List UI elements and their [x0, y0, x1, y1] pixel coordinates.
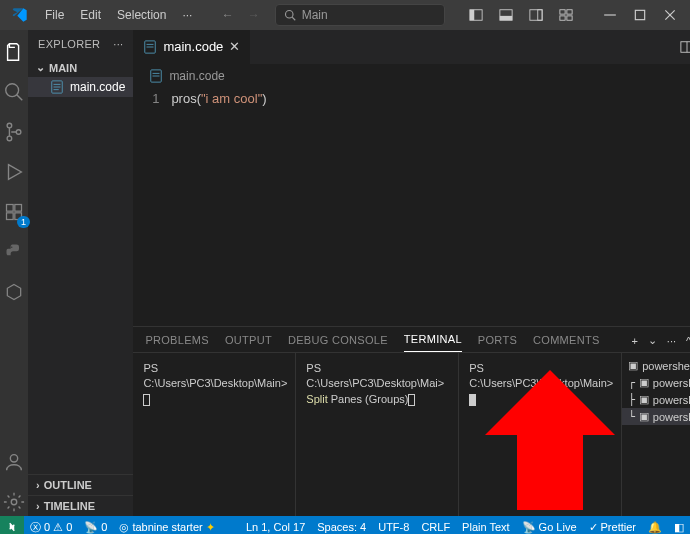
menu-file[interactable]: File — [38, 4, 71, 26]
folder-name: MAIN — [49, 62, 77, 74]
status-go-live[interactable]: 📡Go Live — [516, 516, 583, 534]
svg-rect-8 — [560, 10, 565, 14]
editor-tabs: main.code ✕ ··· — [133, 30, 690, 65]
panel-tab-terminal[interactable]: TERMINAL — [404, 333, 462, 352]
activity-source-control-icon[interactable] — [0, 118, 28, 146]
breadcrumb[interactable]: main.code — [133, 65, 690, 87]
tree-branch-icon: └ — [628, 410, 635, 423]
explorer-more-icon[interactable]: ··· — [113, 38, 123, 50]
svg-rect-22 — [7, 213, 14, 220]
powershell-icon: ▣ — [628, 359, 638, 372]
nav-forward-icon[interactable]: → — [243, 4, 265, 26]
title-right-icons — [462, 1, 684, 29]
status-bell-icon[interactable]: 🔔 — [642, 516, 668, 534]
nav-back-icon[interactable]: ← — [217, 4, 239, 26]
window-close-icon[interactable] — [656, 1, 684, 29]
terminal-pane-2[interactable]: PS C:\Users\PC3\Desktop\Mai> Split Panes… — [296, 353, 459, 516]
broadcast-icon: 📡 — [84, 521, 98, 534]
terminal-list-item[interactable]: ┌▣powershell — [622, 374, 690, 391]
svg-point-16 — [6, 84, 19, 97]
activity-extensions-icon[interactable]: 1 — [0, 198, 28, 226]
status-encoding[interactable]: UTF-8 — [372, 516, 415, 534]
new-terminal-icon[interactable]: + — [631, 335, 637, 347]
timeline-label: TIMELINE — [44, 500, 95, 512]
split-editor-icon[interactable] — [680, 40, 690, 54]
terminal-list-item[interactable]: ├▣powershell — [622, 391, 690, 408]
status-language[interactable]: Plain Text — [456, 516, 516, 534]
status-spaces[interactable]: Spaces: 4 — [311, 516, 372, 534]
status-eol[interactable]: CRLF — [415, 516, 456, 534]
window-minimize-icon[interactable] — [596, 1, 624, 29]
svg-line-17 — [17, 95, 23, 101]
status-bar: ⓧ0 ⚠0 📡0 ◎tabnine starter ✦ Ln 1, Col 17… — [0, 516, 690, 534]
outline-label: OUTLINE — [44, 479, 92, 491]
status-prettier[interactable]: ✓Prettier — [583, 516, 642, 534]
status-ln-col[interactable]: Ln 1, Col 17 — [240, 516, 311, 534]
svg-point-18 — [7, 123, 12, 128]
menu-more[interactable]: ··· — [175, 4, 199, 26]
tab-close-icon[interactable]: ✕ — [229, 39, 240, 54]
menu-selection[interactable]: Selection — [110, 4, 173, 26]
activity-python-icon[interactable] — [0, 238, 28, 266]
activity-explorer-icon[interactable] — [0, 38, 28, 66]
chevron-down-icon: ⌄ — [36, 61, 45, 74]
panel-more-icon[interactable]: ··· — [667, 335, 676, 347]
activity-search-icon[interactable] — [0, 78, 28, 106]
window-maximize-icon[interactable] — [626, 1, 654, 29]
explorer-title: EXPLORER — [38, 38, 100, 50]
terminal-list-item[interactable]: ▣powershell — [622, 357, 690, 374]
vscode-logo-icon — [12, 7, 28, 23]
tree-branch-icon: ├ — [628, 393, 635, 406]
status-tabnine[interactable]: ◎tabnine starter ✦ — [113, 516, 220, 534]
explorer-sidebar: EXPLORER ··· ⌄ MAIN main.code › OUTLINE … — [28, 30, 133, 516]
chevron-right-icon: › — [36, 500, 40, 512]
panel-tab-comments[interactable]: COMMENTS — [533, 334, 600, 352]
tab-main-code[interactable]: main.code ✕ — [133, 30, 250, 64]
file-item-label: main.code — [70, 80, 125, 94]
svg-point-0 — [285, 11, 293, 19]
svg-rect-7 — [538, 10, 542, 21]
terminal-list-item[interactable]: └▣powershell — [622, 408, 690, 425]
activity-run-debug-icon[interactable] — [0, 158, 28, 186]
command-center-search[interactable]: Main — [275, 4, 445, 26]
svg-rect-6 — [530, 10, 542, 21]
folder-header[interactable]: ⌄ MAIN — [28, 58, 133, 77]
breadcrumb-file: main.code — [169, 69, 224, 83]
file-lines-icon — [143, 40, 157, 54]
layout-sidebar-right-icon[interactable] — [522, 1, 550, 29]
layout-panel-icon[interactable] — [492, 1, 520, 29]
status-aux-icon[interactable]: ◧ — [668, 516, 690, 534]
panel-tab-ports[interactable]: PORTS — [478, 334, 517, 352]
editor-group: main.code ✕ ··· main.code 1 pros("i am c… — [133, 30, 690, 516]
powershell-icon: ▣ — [639, 376, 649, 389]
svg-rect-9 — [567, 10, 572, 14]
activity-hexagon-icon[interactable] — [0, 278, 28, 306]
outline-section[interactable]: › OUTLINE — [28, 474, 133, 495]
terminal-split-container: PS C:\Users\PC3\Desktop\Main> PS C:\User… — [133, 353, 690, 516]
activity-account-icon[interactable] — [0, 448, 28, 476]
file-lines-icon — [149, 69, 163, 83]
status-errors[interactable]: ⓧ0 ⚠0 — [24, 516, 78, 534]
activity-settings-icon[interactable] — [0, 488, 28, 516]
bottom-panel: PROBLEMS OUTPUT DEBUG CONSOLE TERMINAL P… — [133, 326, 690, 516]
file-item-main[interactable]: main.code — [28, 77, 133, 97]
terminal-dropdown-icon[interactable]: ⌄ — [648, 334, 657, 347]
check-icon: ✓ — [589, 521, 598, 534]
panel-tab-output[interactable]: OUTPUT — [225, 334, 272, 352]
terminal-pane-3[interactable]: PS C:\Users\PC3\Desktop\Main> — [459, 353, 622, 516]
timeline-section[interactable]: › TIMELINE — [28, 495, 133, 516]
status-ports[interactable]: 📡0 — [78, 516, 113, 534]
layout-customize-icon[interactable] — [552, 1, 580, 29]
remote-indicator-icon[interactable] — [0, 516, 24, 534]
menu-edit[interactable]: Edit — [73, 4, 108, 26]
panel-tab-debug[interactable]: DEBUG CONSOLE — [288, 334, 388, 352]
svg-rect-24 — [15, 205, 22, 212]
layout-sidebar-left-icon[interactable] — [462, 1, 490, 29]
panel-maximize-icon[interactable]: ^ — [686, 335, 690, 347]
code-editor[interactable]: 1 pros("i am cool") — [133, 87, 690, 326]
svg-point-20 — [16, 130, 21, 135]
panel-tab-problems[interactable]: PROBLEMS — [145, 334, 209, 352]
search-icon — [284, 9, 296, 21]
chevron-right-icon: › — [36, 479, 40, 491]
terminal-pane-1[interactable]: PS C:\Users\PC3\Desktop\Main> — [133, 353, 296, 516]
